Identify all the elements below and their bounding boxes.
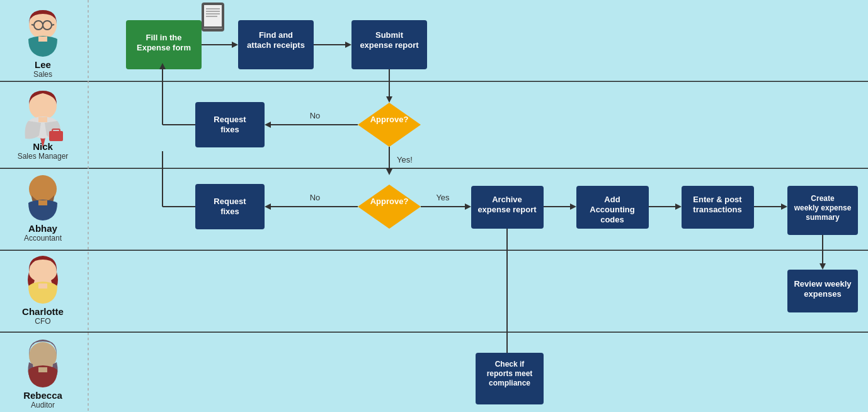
review-weekly-label: Review weekly [794, 279, 852, 289]
svg-rect-8 [0, 333, 868, 412]
svg-rect-17 [38, 117, 47, 122]
diagram-wrapper: Lee Sales Nick Sales Manager [0, 0, 868, 412]
find-receipts-label: Find and [259, 30, 293, 40]
actor-abhay-name: Abhay [28, 223, 58, 234]
svg-rect-25 [38, 367, 47, 372]
request-fixes-abhay-label: Request [214, 197, 246, 206]
svg-text:fixes: fixes [220, 125, 239, 134]
svg-line-14 [52, 25, 54, 25]
actor-abhay-role: Accountant [24, 234, 62, 243]
svg-text:expense report: expense report [360, 40, 419, 50]
archive-report-label: Archive [492, 195, 522, 204]
actor-lee-name: Lee [35, 59, 51, 70]
svg-text:Expense form: Expense form [137, 43, 191, 52]
svg-text:summary: summary [806, 213, 840, 222]
approve-abhay-label: Approve? [370, 197, 409, 206]
svg-rect-21 [38, 200, 47, 205]
enter-post-label: Enter & post [693, 195, 742, 204]
actor-nick-role: Sales Manager [18, 152, 69, 161]
no-label-abhay: No [310, 193, 321, 202]
svg-line-13 [31, 25, 34, 25]
yes-label-nick: Yes! [397, 155, 413, 164]
svg-text:reports meet: reports meet [487, 369, 533, 378]
actor-lee-role: Sales [33, 70, 52, 79]
actor-rebecca-role: Auditor [31, 401, 55, 409]
svg-text:compliance: compliance [489, 379, 530, 387]
svg-text:transactions: transactions [693, 205, 741, 214]
actor-rebecca-name: Rebecca [23, 390, 62, 401]
svg-text:fixes: fixes [220, 207, 239, 216]
actor-charlotte-name: Charlotte [22, 306, 64, 317]
approve-nick-label: Approve? [370, 115, 409, 124]
svg-text:codes: codes [600, 215, 624, 224]
svg-rect-26 [203, 28, 222, 29]
actor-nick-name: Nick [33, 141, 53, 152]
check-compliance-label: Check if [495, 360, 525, 369]
no-label-nick: No [310, 111, 321, 120]
svg-rect-6 [0, 251, 868, 333]
svg-text:Accounting: Accounting [590, 205, 635, 214]
svg-rect-23 [38, 283, 47, 289]
yes-label-abhay: Yes [436, 193, 450, 202]
svg-text:expenses: expenses [804, 289, 841, 299]
svg-rect-18 [49, 131, 63, 141]
request-fixes-nick-label: Request [214, 115, 246, 124]
add-accounting-label: Add [604, 195, 620, 204]
svg-text:attach receipts: attach receipts [247, 40, 305, 50]
actor-charlotte-role: CFO [35, 317, 50, 326]
svg-rect-2 [0, 82, 868, 169]
svg-rect-15 [38, 37, 47, 42]
fill-expense-label: Fill in the [146, 33, 181, 42]
create-weekly-label: Create [811, 194, 835, 203]
svg-text:weekly expense: weekly expense [794, 203, 852, 212]
svg-text:expense report: expense report [477, 205, 537, 214]
submit-report-label: Submit [375, 30, 404, 40]
